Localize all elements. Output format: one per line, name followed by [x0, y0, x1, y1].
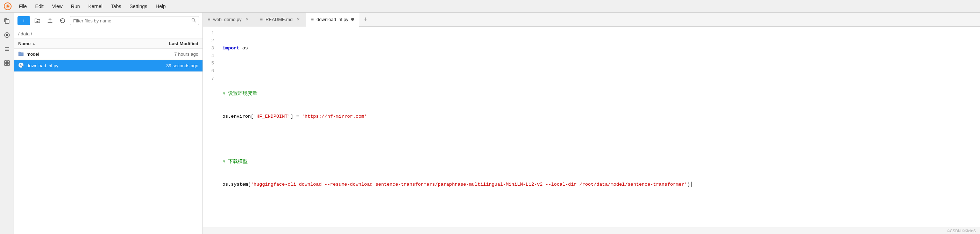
sort-icon: ▲ [32, 42, 35, 45]
svg-rect-9 [5, 61, 6, 63]
svg-rect-11 [5, 63, 6, 66]
svg-rect-10 [7, 61, 10, 63]
svg-rect-12 [7, 63, 10, 66]
breadcrumb: / data / [14, 29, 202, 39]
menu-view[interactable]: View [49, 3, 66, 10]
sidebar-running-button[interactable] [2, 29, 13, 41]
new-folder-button[interactable] [32, 15, 43, 26]
search-box[interactable] [70, 16, 199, 25]
file-modified: 39 seconds ago [142, 63, 198, 68]
file-row[interactable]: Py download_hf.py 39 seconds ago [14, 60, 202, 72]
tab-label: download_hf.py [317, 17, 348, 22]
tab-bar: ≡ web_demo.py ✕ ≡ README.md ✕ ≡ download… [203, 13, 980, 27]
file-row[interactable]: model 7 hours ago [14, 49, 202, 60]
tab-file-icon: ≡ [311, 17, 314, 22]
column-name: Name ▲ [18, 41, 142, 46]
menu-settings[interactable]: Settings [126, 3, 151, 10]
unsaved-indicator [351, 18, 354, 21]
app-logo [3, 2, 13, 11]
tab-close-button[interactable]: ✕ [295, 17, 301, 22]
tab-file-icon: ≡ [208, 17, 210, 22]
code-line-2 [223, 67, 974, 75]
status-bar: ©CSDN ©KleinS [203, 227, 980, 234]
menu-help[interactable]: Help [152, 3, 169, 10]
tab-file-icon: ≡ [260, 17, 263, 22]
watermark: ©CSDN ©KleinS [947, 229, 976, 233]
code-line-3: # 设置环境变量 [223, 90, 974, 98]
file-name: download_hf.py [27, 63, 142, 68]
python-file-icon: Py [18, 63, 24, 69]
sidebar-icons [0, 13, 14, 234]
menu-tabs[interactable]: Tabs [107, 3, 125, 10]
svg-rect-3 [5, 19, 9, 24]
sidebar-files-button[interactable] [2, 15, 13, 27]
code-line-1: import os [223, 45, 974, 52]
file-name: model [27, 51, 142, 57]
tab-readme[interactable]: ≡ README.md ✕ [255, 13, 306, 27]
folder-icon [18, 51, 24, 57]
tab-label: README.md [266, 17, 293, 22]
file-list: model 7 hours ago Py download_hf.py 39 s… [14, 49, 202, 234]
tab-label: web_demo.py [213, 17, 242, 22]
code-line-7: os.system('huggingface-cli download --re… [223, 181, 974, 189]
menu-edit[interactable]: Edit [32, 3, 47, 10]
menu-kernel[interactable]: Kernel [84, 3, 106, 10]
column-modified: Last Modified [142, 41, 198, 46]
svg-point-5 [6, 34, 8, 36]
file-list-header: Name ▲ Last Modified [14, 39, 202, 49]
file-toolbar: + [14, 13, 202, 29]
code-content[interactable]: import os # 设置环境变量 os.environ['HF_ENDPOI… [217, 29, 980, 224]
menu-run[interactable]: Run [67, 3, 84, 10]
tab-web-demo[interactable]: ≡ web_demo.py ✕ [203, 13, 255, 27]
upload-button[interactable] [45, 15, 55, 26]
tab-download-hf[interactable]: ≡ download_hf.py [306, 13, 359, 27]
file-modified: 7 hours ago [142, 51, 198, 57]
new-button[interactable]: + [18, 16, 30, 25]
sidebar-extensions-button[interactable] [2, 58, 13, 69]
code-line-5 [223, 135, 974, 143]
plus-icon: + [22, 18, 25, 24]
add-tab-button[interactable]: + [359, 13, 372, 27]
code-line-4: os.environ['HF_ENDPOINT'] = 'https://hf-… [223, 113, 974, 120]
menu-file[interactable]: File [15, 3, 30, 10]
code-line-6: # 下载模型 [223, 158, 974, 166]
file-panel: + [14, 13, 203, 234]
code-editor[interactable]: 1 2 3 4 5 6 7 import os # 设置环境变量 os.envi… [203, 27, 980, 227]
menu-bar: File Edit View Run Kernel Tabs Settings … [0, 0, 980, 13]
editor-area: ≡ web_demo.py ✕ ≡ README.md ✕ ≡ download… [203, 13, 980, 234]
sidebar-toc-button[interactable] [2, 43, 13, 54]
main-layout: + [0, 13, 980, 234]
search-icon [191, 18, 196, 24]
refresh-button[interactable] [57, 15, 68, 26]
svg-point-1 [6, 5, 9, 7]
line-numbers: 1 2 3 4 5 6 7 [203, 29, 217, 224]
search-input[interactable] [73, 18, 189, 24]
tab-close-button[interactable]: ✕ [245, 17, 250, 22]
svg-text:Py: Py [19, 64, 24, 67]
svg-line-16 [194, 21, 196, 22]
